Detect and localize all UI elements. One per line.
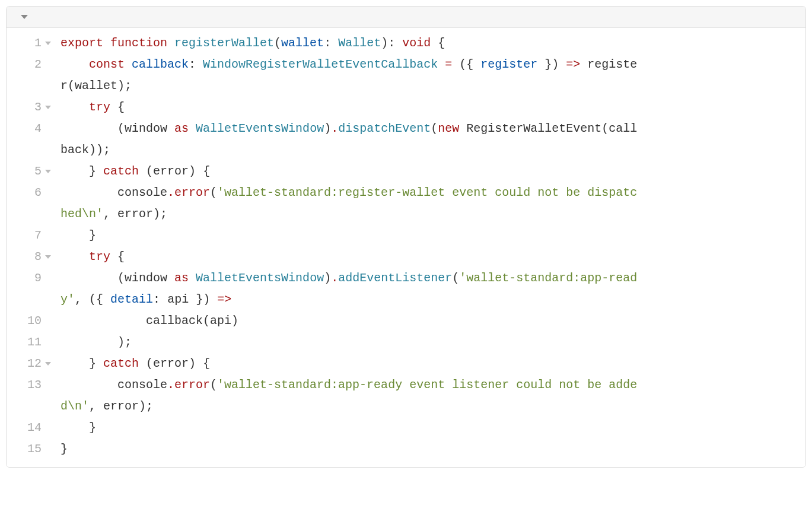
fold-marker-icon[interactable] (45, 42, 51, 45)
gutter-line[interactable]: 2 (7, 54, 57, 75)
code-line: hed\n', error); (57, 204, 805, 225)
gutter-line[interactable]: 11 (7, 332, 57, 353)
gutter-line[interactable]: 6 (7, 182, 57, 204)
code-content[interactable]: export function registerWallet(wallet: W… (57, 33, 805, 460)
gutter-line[interactable]: 9 (7, 268, 57, 289)
code-line: console.error('wallet-standard:register-… (57, 182, 805, 204)
code-area: 1 2 - 3 4 - 5 6 - 7 8 9 - 10 11 12 13 - … (7, 28, 805, 467)
code-line: } (57, 225, 805, 246)
code-line: console.error('wallet-standard:app-ready… (57, 374, 805, 396)
code-line: } (57, 417, 805, 439)
gutter-line[interactable]: 12 (7, 353, 57, 374)
code-line: y', ({ detail: api }) => (57, 289, 805, 310)
chevron-down-icon[interactable] (21, 15, 28, 19)
gutter-line[interactable]: 8 (7, 246, 57, 268)
gutter-line[interactable]: 4 (7, 118, 57, 139)
fold-marker-icon[interactable] (45, 106, 51, 109)
gutter-line[interactable]: 7 (7, 225, 57, 246)
code-line: const callback: WindowRegisterWalletEven… (57, 54, 805, 75)
fold-marker-icon[interactable] (45, 170, 51, 173)
editor-toolbar (7, 7, 805, 28)
code-line: back)); (57, 139, 805, 161)
code-line: r(wallet); (57, 75, 805, 97)
gutter-line[interactable]: 1 (7, 33, 57, 54)
code-line: } catch (error) { (57, 353, 805, 374)
gutter-line[interactable]: 15 (7, 439, 57, 460)
gutter-line[interactable]: 5 (7, 161, 57, 182)
code-line: (window as WalletEventsWindow).addEventL… (57, 268, 805, 289)
code-line: } (57, 439, 805, 460)
gutter-line[interactable]: 13 (7, 374, 57, 396)
gutter-line[interactable]: 14 (7, 417, 57, 439)
code-line: try { (57, 97, 805, 118)
code-line: export function registerWallet(wallet: W… (57, 33, 805, 54)
code-line: } catch (error) { (57, 161, 805, 182)
code-line: (window as WalletEventsWindow).dispatchE… (57, 118, 805, 139)
fold-marker-icon[interactable] (45, 255, 51, 259)
code-line: d\n', error); (57, 396, 805, 417)
fold-marker-icon[interactable] (45, 362, 51, 366)
gutter-line[interactable]: 3 (7, 97, 57, 118)
code-line: try { (57, 246, 805, 268)
code-editor: 1 2 - 3 4 - 5 6 - 7 8 9 - 10 11 12 13 - … (6, 6, 806, 468)
line-gutter: 1 2 - 3 4 - 5 6 - 7 8 9 - 10 11 12 13 - … (7, 33, 57, 460)
code-line: callback(api) (57, 310, 805, 332)
code-line: ); (57, 332, 805, 353)
gutter-line[interactable]: 10 (7, 310, 57, 332)
